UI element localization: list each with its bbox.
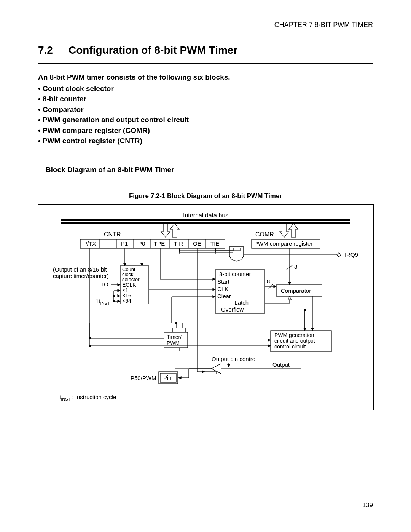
svg-text:×64: ×64	[122, 298, 131, 304]
svg-text:Timer/: Timer/	[167, 334, 182, 340]
intro-lead: An 8-bit PWM timer consists of the follo…	[38, 72, 373, 83]
svg-text:—: —	[105, 240, 110, 247]
svg-point-57	[113, 300, 115, 302]
svg-text:Latch: Latch	[234, 299, 249, 306]
svg-text:P1: P1	[121, 240, 128, 247]
chapter-header: CHAPTER 7 8-BIT PWM TIMER	[38, 21, 373, 29]
svg-point-56	[113, 295, 115, 297]
svg-text:8-bit counter: 8-bit counter	[219, 271, 251, 277]
intro-item: Comparator	[38, 104, 373, 115]
svg-text:8: 8	[267, 278, 270, 284]
svg-text:8: 8	[294, 264, 297, 270]
svg-text:capture timer/counter): capture timer/counter)	[53, 273, 109, 279]
intro-block: An 8-bit PWM timer consists of the follo…	[38, 72, 373, 146]
section-number: 7.2	[38, 44, 68, 56]
svg-text:OE: OE	[193, 240, 201, 247]
svg-point-95	[175, 322, 177, 324]
cntr-register: P/TX — P1 P0 TPE TIR OE TIE	[80, 239, 225, 248]
svg-text:circuit and output: circuit and output	[274, 338, 315, 344]
svg-text:Overflow: Overflow	[221, 306, 244, 313]
page: CHAPTER 7 8-BIT PWM TIMER 7.2 Configurat…	[0, 0, 411, 532]
svg-text:TO: TO	[100, 281, 108, 288]
block-diagram: Internal data bus CNTR COMR	[38, 204, 374, 410]
svg-text:PWM generation: PWM generation	[274, 332, 314, 338]
and-gate-irq	[229, 247, 244, 261]
cntr-label: CNTR	[104, 231, 121, 238]
svg-text:Clear: Clear	[217, 293, 231, 299]
irq-label: IRQ9	[345, 251, 358, 258]
p50-pwm-label: P50/PWM	[131, 375, 156, 381]
divider	[38, 155, 373, 155]
footnote: tINST : Instruction cycle	[59, 394, 116, 401]
figure-caption: Figure 7.2-1 Block Diagram of an 8-bit P…	[38, 192, 373, 200]
svg-text:TPE: TPE	[154, 240, 165, 247]
intro-item: PWM control register (CNTR)	[38, 136, 373, 146]
divider	[38, 63, 373, 64]
svg-text:Output pin control: Output pin control	[212, 356, 256, 362]
intro-item: 8-bit counter	[38, 94, 373, 104]
section-title: Configuration of 8-bit PWM Timer	[68, 44, 237, 56]
page-number: 139	[362, 502, 373, 509]
svg-text:PWM compare register: PWM compare register	[254, 240, 312, 247]
subheading: Block Diagram of an 8-bit PWM Timer	[46, 166, 373, 174]
svg-text:Pin: Pin	[163, 374, 172, 381]
svg-text:Comparator: Comparator	[281, 288, 311, 294]
svg-text:P0: P0	[138, 240, 145, 247]
comr-label: COMR	[255, 231, 274, 238]
svg-text:selector: selector	[122, 276, 140, 282]
section-heading: 7.2 Configuration of 8-bit PWM Timer	[38, 44, 373, 56]
svg-text:Start: Start	[217, 278, 230, 285]
svg-rect-2	[80, 239, 225, 248]
intro-item: PWM compare register (COMR)	[38, 125, 373, 136]
svg-text:PWM: PWM	[167, 340, 180, 346]
svg-text:Output: Output	[272, 361, 290, 368]
intro-item: PWM generation and output control circui…	[38, 115, 373, 125]
svg-text:control circuit: control circuit	[274, 343, 306, 350]
svg-text:TIR: TIR	[174, 240, 183, 247]
svg-text:TIE: TIE	[210, 240, 219, 247]
svg-text:CLK: CLK	[217, 286, 228, 292]
intro-item: Count clock selector	[38, 83, 373, 94]
intro-list: Count clock selector 8-bit counter Compa…	[38, 83, 373, 146]
svg-text:(Output of an 8/16-bit: (Output of an 8/16-bit	[53, 266, 107, 273]
bus-label: Internal data bus	[183, 212, 228, 219]
svg-text:1tINST: 1tINST	[96, 298, 110, 305]
svg-text:P/TX: P/TX	[83, 240, 96, 247]
